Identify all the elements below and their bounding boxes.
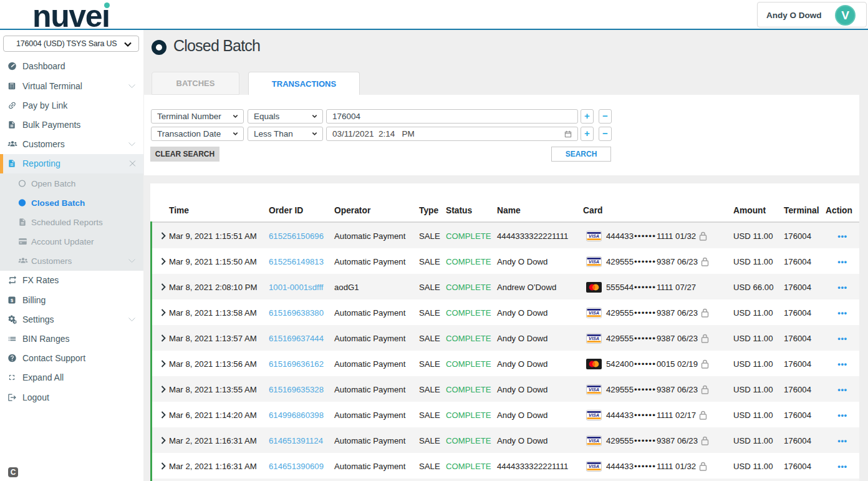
svg-text:VISA: VISA — [589, 310, 599, 316]
svg-text:VISA: VISA — [589, 336, 599, 341]
svg-text:VISA: VISA — [589, 233, 599, 239]
svg-text:VISA: VISA — [589, 387, 599, 392]
svg-text:VISA: VISA — [589, 412, 599, 418]
svg-text:VISA: VISA — [589, 438, 599, 444]
svg-text:VISA: VISA — [589, 464, 599, 469]
svg-text:VISA: VISA — [589, 259, 599, 265]
